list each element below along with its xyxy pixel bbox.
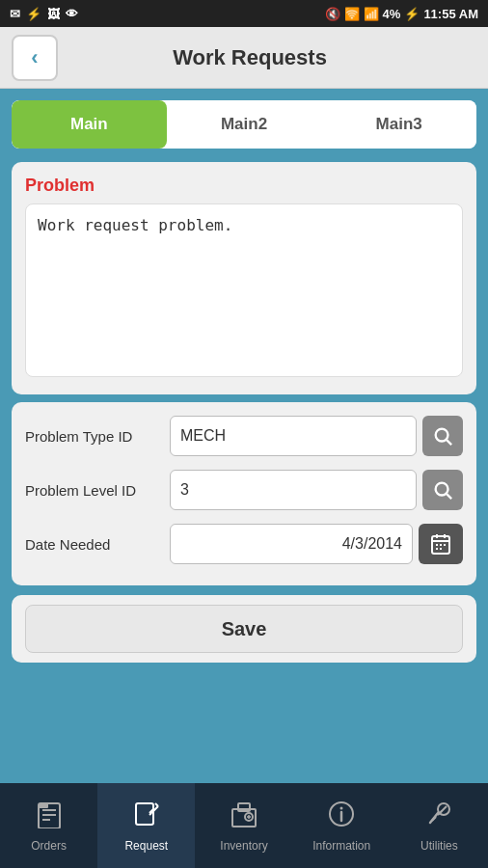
- tab-main2[interactable]: Main2: [167, 100, 322, 149]
- tab-main3[interactable]: Main3: [321, 100, 476, 149]
- back-arrow-icon: ‹: [31, 45, 38, 70]
- svg-rect-17: [39, 803, 48, 808]
- problem-section-label: Problem: [25, 176, 463, 196]
- request-icon: [132, 800, 161, 835]
- problem-level-input-wrap: [170, 470, 463, 510]
- nav-item-orders[interactable]: Orders: [0, 783, 97, 868]
- status-bar-right: 🔇 🛜 📶 4% ⚡ 11:55 AM: [325, 7, 478, 21]
- date-needed-calendar-button[interactable]: [419, 524, 463, 564]
- problem-textarea[interactable]: Work request problem.: [25, 203, 463, 377]
- problem-type-search-button[interactable]: [422, 416, 463, 456]
- save-card: Save: [12, 595, 476, 663]
- battery-icon: ⚡: [404, 7, 420, 21]
- bottom-nav: Orders Request Inventory: [0, 783, 488, 868]
- envelope-icon: ✉: [10, 7, 20, 21]
- nav-item-utilities[interactable]: Utilities: [391, 783, 488, 868]
- svg-line-3: [447, 494, 451, 499]
- svg-point-30: [340, 806, 343, 809]
- photo-icon: 🖼: [47, 7, 60, 21]
- information-icon: [327, 800, 356, 835]
- inventory-label: Inventory: [220, 839, 267, 853]
- problem-card: Problem Work request problem.: [12, 162, 476, 394]
- back-button[interactable]: ‹: [12, 35, 58, 81]
- eye-icon: 👁: [66, 7, 78, 21]
- nav-item-information[interactable]: Information: [293, 783, 391, 868]
- orders-icon: [35, 800, 64, 835]
- wifi-icon: 🛜: [344, 7, 360, 21]
- signal-icon: 📶: [364, 7, 379, 21]
- problem-type-input[interactable]: [170, 416, 417, 456]
- battery-percent: 4%: [383, 7, 401, 21]
- problem-type-input-wrap: [170, 416, 463, 456]
- status-bar-left: ✉ ⚡ 🖼 👁: [10, 7, 78, 21]
- status-bar: ✉ ⚡ 🖼 👁 🔇 🛜 📶 4% ⚡ 11:55 AM: [0, 0, 488, 27]
- header: ‹ Work Requests: [0, 27, 488, 89]
- date-needed-row: Date Needed: [25, 524, 463, 564]
- tab-bar: Main Main2 Main3: [12, 100, 476, 149]
- svg-line-35: [432, 817, 436, 821]
- problem-type-row: Problem Type ID: [25, 416, 463, 456]
- orders-label: Orders: [31, 839, 67, 853]
- nav-item-request[interactable]: Request: [97, 783, 195, 868]
- mute-icon: 🔇: [325, 7, 340, 21]
- problem-level-label: Problem Level ID: [25, 482, 160, 499]
- date-needed-input[interactable]: [170, 524, 413, 564]
- usb-icon: ⚡: [26, 7, 41, 21]
- information-label: Information: [312, 839, 370, 853]
- svg-line-20: [155, 803, 158, 806]
- problem-level-search-button[interactable]: [422, 470, 463, 510]
- page-title: Work Requests: [69, 45, 430, 70]
- tab-main[interactable]: Main: [12, 100, 167, 149]
- fields-card: Problem Type ID Problem Level ID: [12, 402, 476, 585]
- main-content: Main Main2 Main3 Problem Work request pr…: [0, 89, 488, 684]
- time-display: 11:55 AM: [423, 7, 478, 21]
- problem-level-row: Problem Level ID: [25, 470, 463, 510]
- svg-point-0: [436, 429, 448, 442]
- date-needed-label: Date Needed: [25, 536, 160, 553]
- svg-point-2: [436, 483, 448, 496]
- problem-level-input[interactable]: [170, 470, 417, 510]
- request-label: Request: [124, 839, 168, 853]
- utilities-label: Utilities: [420, 839, 458, 853]
- svg-line-1: [447, 440, 451, 445]
- save-button[interactable]: Save: [25, 605, 463, 653]
- problem-type-label: Problem Type ID: [25, 428, 160, 445]
- inventory-icon: [230, 800, 258, 835]
- nav-item-inventory[interactable]: Inventory: [195, 783, 292, 868]
- utilities-icon: [424, 800, 453, 835]
- date-needed-input-wrap: [170, 524, 463, 564]
